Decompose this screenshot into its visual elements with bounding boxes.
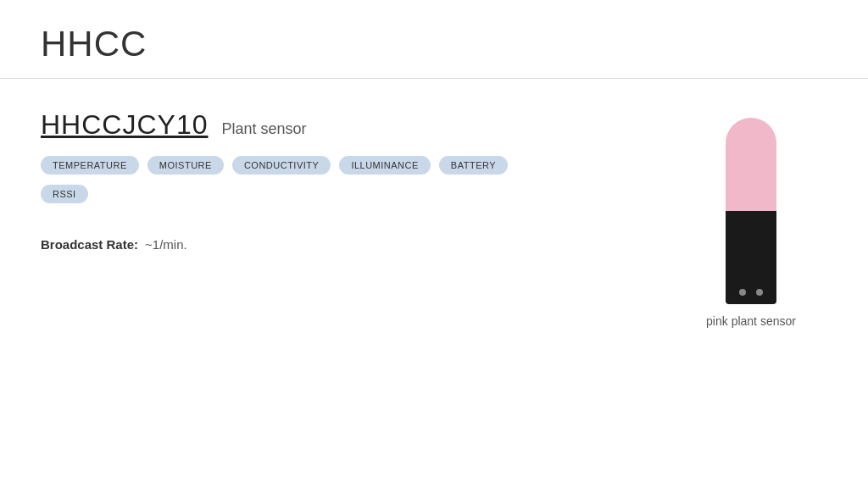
tags-container: TEMPERATURE MOISTURE CONDUCTIVITY ILLUMI…	[41, 156, 675, 175]
sensor-caption: pink plant sensor	[706, 314, 796, 328]
broadcast-value: ~1/min.	[145, 237, 187, 252]
tag-illuminance[interactable]: ILLUMINANCE	[339, 156, 430, 175]
sensor-image	[717, 118, 785, 304]
sensor-dot-right	[756, 289, 763, 296]
header: HHCC	[0, 0, 868, 78]
device-id: HHCCJCY10	[41, 109, 208, 141]
app-title: HHCC	[41, 24, 827, 64]
tag-battery[interactable]: BATTERY	[439, 156, 508, 175]
tag-moisture[interactable]: MOISTURE	[147, 156, 224, 175]
tag-temperature[interactable]: TEMPERATURE	[41, 156, 139, 175]
right-section: pink plant sensor	[675, 109, 827, 328]
left-section: HHCCJCY10 Plant sensor TEMPERATURE MOIST…	[41, 109, 675, 328]
tag-conductivity[interactable]: CONDUCTIVITY	[232, 156, 331, 175]
sensor-dot-left	[739, 289, 746, 296]
sensor-top	[726, 118, 776, 211]
device-title-row: HHCCJCY10 Plant sensor	[41, 109, 675, 141]
device-type: Plant sensor	[221, 120, 306, 138]
broadcast-label: Broadcast Rate:	[41, 237, 138, 252]
tag-rssi[interactable]: RSSI	[41, 185, 88, 203]
main-content: HHCCJCY10 Plant sensor TEMPERATURE MOIST…	[0, 79, 868, 328]
tags-row2: RSSI	[41, 185, 675, 203]
sensor-bottom	[726, 211, 776, 304]
broadcast-row: Broadcast Rate: ~1/min.	[41, 237, 675, 252]
